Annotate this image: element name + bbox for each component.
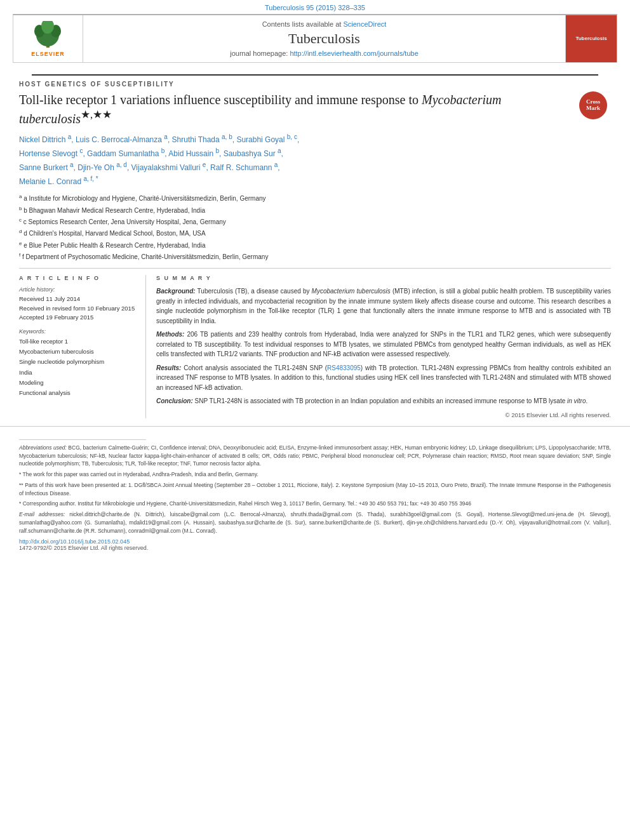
article-content: HOST GENETICS OF SUSCEPTIBILITY Toll-lik… xyxy=(0,63,630,418)
summary-label: S U M M A R Y xyxy=(156,275,611,281)
received-date: Received 11 July 2014 xyxy=(19,295,135,303)
citation-bar: Tuberculosis 95 (2015) 328–335 xyxy=(0,0,630,14)
emails-text: nickel.dittrich@charite.de (N. Dittrich)… xyxy=(19,511,611,534)
affiliation-f: f f Department of Psychosomatic Medicine… xyxy=(19,251,611,262)
emails-footnote: E-mail addresses: nickel.dittrich@charit… xyxy=(19,510,611,535)
background-text: Tuberculosis (TB), a disease caused by M… xyxy=(156,288,611,324)
star2-footnote: ** Parts of this work have been presente… xyxy=(19,481,611,498)
affiliation-b: b b Bhagwan Mahavir Medical Research Cen… xyxy=(19,205,611,215)
methods-para: Methods: 206 TB patients and 239 healthy… xyxy=(156,330,611,359)
section-label: HOST GENETICS OF SUSCEPTIBILITY xyxy=(19,81,611,88)
authors-list: Nickel Dittrich a, Luis C. Berrocal-Alma… xyxy=(19,132,611,189)
affiliation-e: e e Blue Peter Public Health & Research … xyxy=(19,240,611,250)
affiliation-d: d d Children's Hospital, Harvard Medical… xyxy=(19,228,611,238)
methods-text: 206 TB patients and 239 healthy controls… xyxy=(156,331,611,357)
abbreviations-text: BCG, bacterium Calmette-Guérin; CI, Conf… xyxy=(19,444,611,467)
two-column-layout: A R T I C L E I N F O Article history: R… xyxy=(19,275,611,418)
doi-line: http://dx.doi.org/10.1016/j.tube.2015.02… xyxy=(19,538,611,545)
history-label: Article history: xyxy=(19,286,135,293)
journal-header-center: Contents lists available at ScienceDirec… xyxy=(83,15,566,62)
abbreviations-footnote: Abbreviations used: BCG, bacterium Calme… xyxy=(19,444,611,468)
contents-line: Contents lists available at ScienceDirec… xyxy=(262,20,387,28)
journal-homepage: journal homepage: http://intl.elsevierhe… xyxy=(230,50,419,57)
revised-date: Received in revised form 10 February 201… xyxy=(19,304,135,313)
keyword-3: Single nucleotide polymorphism xyxy=(19,357,135,367)
keyword-2: Mycobacterium tuberculosis xyxy=(19,347,135,357)
conclusion-para: Conclusion: SNP TLR1-248N is associated … xyxy=(156,396,611,406)
footer-divider xyxy=(19,439,146,440)
article-title-superscript: ★,★★ xyxy=(81,109,112,121)
footer-section: Abbreviations used: BCG, bacterium Calme… xyxy=(0,426,630,558)
keyword-1: Toll-like receptor 1 xyxy=(19,337,135,347)
keyword-4: India xyxy=(19,368,135,378)
results-text: Cohort analysis associated the TLR1-248N… xyxy=(156,364,611,391)
accepted-date: Accepted 19 February 2015 xyxy=(19,313,135,322)
background-para: Background: Tuberculosis (TB), a disease… xyxy=(156,286,611,326)
star1-footnote: * The work for this paper was carried ou… xyxy=(19,470,611,479)
mid-divider xyxy=(19,268,611,269)
keyword-5: Modeling xyxy=(19,378,135,388)
affiliation-c: c c Septomics Research Center, Jena Univ… xyxy=(19,217,611,227)
rs-link[interactable]: RS4833095 xyxy=(327,364,361,371)
conclusion-text: SNP TLR1-248N is associated with TB prot… xyxy=(195,397,588,404)
elsevier-tree-icon xyxy=(30,21,65,50)
citation-text: Tuberculosis 95 (2015) 328–335 xyxy=(265,4,365,11)
elsevier-logo-area: ELSEVIER xyxy=(13,15,83,62)
issn-line: 1472-9792/© 2015 Elsevier Ltd. All right… xyxy=(19,545,611,551)
thumbnail-title: Tuberculosis xyxy=(575,36,607,42)
sciencedirect-link[interactable]: ScienceDirect xyxy=(343,20,386,28)
results-para: Results: Cohort analysis associated the … xyxy=(156,363,611,393)
keywords-label: Keywords: xyxy=(19,328,135,335)
journal-header: ELSEVIER Contents lists available at Sci… xyxy=(13,14,617,63)
summary-column: S U M M A R Y Background: Tuberculosis (… xyxy=(146,275,611,418)
article-info-label: A R T I C L E I N F O xyxy=(19,275,135,281)
copyright: © 2015 Elsevier Ltd. All rights reserved… xyxy=(156,411,611,418)
keywords-list: Toll-like receptor 1 Mycobacterium tuber… xyxy=(19,337,135,398)
keyword-6: Functional analysis xyxy=(19,388,135,398)
article-title-text: Toll-like receptor 1 variations influenc… xyxy=(19,93,502,126)
article-title: Toll-like receptor 1 variations influenc… xyxy=(19,91,611,127)
affiliation-a: a a Institute for Microbiology and Hygie… xyxy=(19,193,611,203)
article-info-column: A R T I C L E I N F O Article history: R… xyxy=(19,275,146,418)
keywords-block: Keywords: Toll-like receptor 1 Mycobacte… xyxy=(19,328,135,398)
elsevier-wordmark: ELSEVIER xyxy=(31,51,65,57)
corresponding-footnote: * Corresponding author. Institut für Mik… xyxy=(19,500,611,508)
doi-link[interactable]: http://dx.doi.org/10.1016/j.tube.2015.02… xyxy=(19,538,130,545)
journal-title: Tuberculosis xyxy=(288,30,360,47)
journal-thumbnail: Tuberculosis xyxy=(566,15,617,62)
article-history: Article history: Received 11 July 2014 R… xyxy=(19,286,135,322)
journal-homepage-link[interactable]: http://intl.elsevierhealth.com/journals/… xyxy=(290,50,418,57)
crossmark-badge: CrossMark xyxy=(579,91,611,123)
